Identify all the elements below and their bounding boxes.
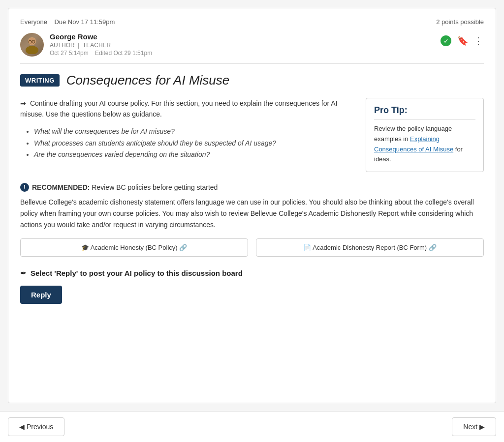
writing-badge: WRITING bbox=[20, 74, 60, 87]
quill-icon: ✒ bbox=[20, 268, 27, 278]
author-row: George Rowe AUTHOR | TEACHER Oct 27 5:14… bbox=[20, 32, 484, 57]
recommended-label: RECOMMENDED: bbox=[32, 183, 90, 191]
content-grid: ➡ Continue drafting your AI course polic… bbox=[20, 98, 484, 172]
meta-left: Everyone Due Nov 17 11:59pm bbox=[20, 18, 115, 26]
author-actions: ✓ 🔖 ⋮ bbox=[440, 34, 484, 47]
writing-header: WRITING Consequences for AI Misuse bbox=[20, 73, 484, 88]
author-info: George Rowe AUTHOR | TEACHER Oct 27 5:14… bbox=[50, 32, 152, 57]
academic-honesty-button[interactable]: 🎓 Academic Honesty (BC Policy) 🔗 bbox=[20, 238, 248, 257]
header-divider bbox=[20, 63, 484, 64]
bookmark-button[interactable]: 🔖 bbox=[456, 34, 469, 47]
meta-row: Everyone Due Nov 17 11:59pm 2 points pos… bbox=[20, 18, 484, 26]
academic-honesty-label: 🎓 Academic Honesty (BC Policy) 🔗 bbox=[81, 244, 188, 251]
author-roles: AUTHOR | TEACHER bbox=[50, 42, 152, 49]
points-label: 2 points possible bbox=[436, 18, 484, 26]
check-circle-icon: ✓ bbox=[441, 35, 451, 46]
intro-text: Continue drafting your AI course policy.… bbox=[20, 99, 338, 118]
bullet-item-1: What will the consequences be for AI mis… bbox=[34, 126, 356, 138]
recommended-text: RECOMMENDED: Review BC policies before g… bbox=[32, 183, 218, 191]
bullet-list: What will the consequences be for AI mis… bbox=[20, 126, 356, 161]
due-label: Due Nov 17 11:59pm bbox=[54, 18, 115, 26]
post-time: Oct 27 5:14pm bbox=[50, 50, 89, 57]
body-paragraph: Bellevue College's academic dishonesty s… bbox=[20, 197, 484, 231]
author-left: George Rowe AUTHOR | TEACHER Oct 27 5:14… bbox=[20, 32, 152, 57]
pro-tip-title: Pro Tip: bbox=[374, 105, 475, 120]
resource-buttons: 🎓 Academic Honesty (BC Policy) 🔗 📄 Acade… bbox=[20, 238, 484, 257]
select-reply-text: Select 'Reply' to post your AI policy to… bbox=[31, 269, 243, 277]
info-icon: ! bbox=[20, 183, 29, 192]
reply-button[interactable]: Reply bbox=[20, 286, 62, 304]
avatar bbox=[20, 33, 44, 57]
more-icon: ⋮ bbox=[474, 35, 483, 46]
check-button[interactable]: ✓ bbox=[440, 34, 452, 47]
previous-button[interactable]: ◀ Previous bbox=[8, 417, 64, 436]
bullet-item-3: Are the consequences varied depending on… bbox=[34, 149, 356, 161]
next-button[interactable]: Next ▶ bbox=[452, 417, 496, 436]
content-left: ➡ Continue drafting your AI course polic… bbox=[20, 98, 356, 172]
pro-tip-text: Review the policy language examples in E… bbox=[374, 124, 475, 165]
author-name: George Rowe bbox=[50, 32, 152, 41]
intro-paragraph: ➡ Continue drafting your AI course polic… bbox=[20, 98, 356, 120]
dishonesty-report-label: 📄 Academic Dishonesty Report (BC Form) 🔗 bbox=[303, 244, 436, 251]
svg-point-1 bbox=[26, 46, 38, 54]
bullet-item-2: What processes can students anticipate s… bbox=[34, 138, 356, 149]
author-timestamp: Oct 27 5:14pm Edited Oct 29 1:51pm bbox=[50, 50, 152, 57]
role2: TEACHER bbox=[83, 42, 111, 49]
bottom-nav: ◀ Previous Next ▶ bbox=[0, 411, 504, 442]
recommended-row: ! RECOMMENDED: Review BC policies before… bbox=[20, 183, 484, 192]
arrow-icon: ➡ bbox=[20, 98, 26, 109]
select-reply-row: ✒ Select 'Reply' to post your AI policy … bbox=[20, 268, 484, 278]
avatar-image bbox=[20, 33, 44, 57]
bookmark-icon: 🔖 bbox=[457, 35, 468, 46]
audience-label: Everyone bbox=[20, 18, 47, 26]
role1: AUTHOR bbox=[50, 42, 75, 49]
recommended-detail: Review BC policies before getting starte… bbox=[92, 183, 218, 191]
more-button[interactable]: ⋮ bbox=[473, 34, 484, 47]
edit-time: Edited Oct 29 1:51pm bbox=[95, 50, 152, 57]
pro-tip-box: Pro Tip: Review the policy language exam… bbox=[366, 98, 484, 172]
dishonesty-report-button[interactable]: 📄 Academic Dishonesty Report (BC Form) 🔗 bbox=[256, 238, 484, 257]
writing-title: Consequences for AI Misuse bbox=[66, 73, 229, 88]
